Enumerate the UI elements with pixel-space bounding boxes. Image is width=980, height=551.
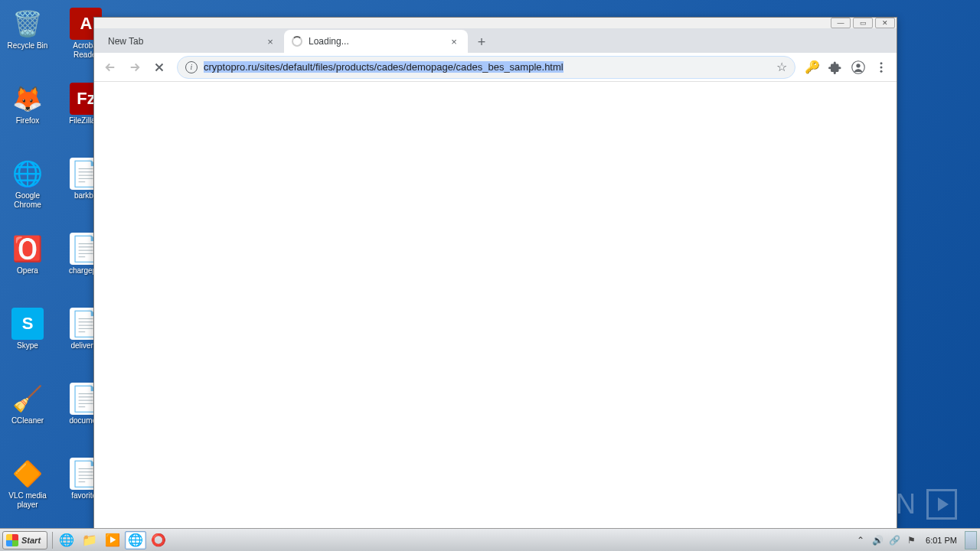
chrome-browser-window: — ▭ ✕ New Tab × Loading... × + i ☆ bbox=[93, 17, 897, 530]
svg-point-3 bbox=[880, 66, 883, 68]
opera-icon: 🅾️ bbox=[11, 233, 44, 265]
desktop-icon-skype[interactable]: SSkype bbox=[0, 303, 55, 378]
desktop-icon-label: Firefox bbox=[0, 116, 55, 126]
system-tray: ⌃ 🔊 🔗 ⚑ 6:01 PM bbox=[854, 531, 980, 549]
puzzle-icon bbox=[828, 60, 842, 74]
tab-title: Loading... bbox=[309, 36, 448, 47]
firefox-icon: 🦊 bbox=[11, 83, 44, 115]
titlebar[interactable]: — ▭ ✕ bbox=[94, 18, 897, 28]
close-icon[interactable]: × bbox=[264, 35, 276, 47]
dots-vertical-icon bbox=[874, 60, 888, 74]
clock[interactable]: 6:01 PM bbox=[921, 536, 962, 545]
user-icon bbox=[851, 60, 865, 74]
desktop-icon-label: Opera bbox=[0, 266, 55, 276]
play-icon bbox=[926, 489, 957, 520]
extension-cryptopro-icon[interactable]: 🔑 bbox=[802, 57, 823, 78]
tab-new-tab[interactable]: New Tab × bbox=[100, 30, 284, 53]
windows-logo-icon bbox=[6, 534, 18, 546]
desktop-icon-label: Skype bbox=[0, 341, 55, 350]
desktop-icon-chrome[interactable]: 🌐Google Chrome bbox=[0, 153, 55, 228]
start-button[interactable]: Start bbox=[2, 531, 47, 549]
desktop-icon-label: VLC media player bbox=[0, 491, 55, 510]
arrow-right-icon bbox=[128, 60, 142, 74]
tab-title: New Tab bbox=[108, 36, 264, 47]
window-close-button[interactable]: ✕ bbox=[875, 18, 895, 28]
taskbar: Start 🌐 📁 ▶️ 🌐 ⭕ ⌃ 🔊 🔗 ⚑ 6:01 PM bbox=[0, 528, 980, 551]
extensions-button[interactable] bbox=[825, 57, 846, 78]
url-input[interactable] bbox=[204, 61, 770, 73]
close-icon[interactable]: × bbox=[448, 35, 460, 47]
taskbar-ie-icon[interactable]: 🌐 bbox=[56, 531, 77, 549]
taskbar-opera-icon[interactable]: ⭕ bbox=[148, 531, 169, 549]
address-bar[interactable]: i ☆ bbox=[177, 56, 795, 79]
start-label: Start bbox=[21, 536, 41, 545]
tab-strip: New Tab × Loading... × + bbox=[94, 28, 897, 53]
tab-loading[interactable]: Loading... × bbox=[284, 30, 468, 53]
desktop-icon-opera[interactable]: 🅾️Opera bbox=[0, 228, 55, 303]
separator bbox=[52, 532, 53, 549]
ccleaner-icon: 🧹 bbox=[11, 383, 44, 415]
show-desktop-button[interactable] bbox=[965, 531, 977, 549]
tray-expand-icon[interactable]: ⌃ bbox=[854, 533, 867, 547]
taskbar-chrome-icon[interactable]: 🌐 bbox=[125, 531, 146, 549]
site-info-icon[interactable]: i bbox=[185, 61, 198, 73]
chrome-icon: 🌐 bbox=[11, 158, 44, 190]
taskbar-explorer-icon[interactable]: 📁 bbox=[79, 531, 100, 549]
profile-button[interactable] bbox=[848, 57, 869, 78]
desktop-icon-label: Recycle Bin bbox=[0, 41, 55, 51]
forward-button[interactable] bbox=[123, 56, 146, 79]
stop-reload-button[interactable] bbox=[148, 56, 171, 79]
new-tab-button[interactable]: + bbox=[471, 31, 492, 53]
desktop-icon-firefox[interactable]: 🦊Firefox bbox=[0, 78, 55, 153]
arrow-left-icon bbox=[103, 60, 117, 74]
tray-network-icon[interactable]: 🔗 bbox=[887, 533, 901, 547]
tray-volume-icon[interactable]: 🔊 bbox=[871, 533, 884, 547]
vlc-icon: 🔶 bbox=[11, 458, 44, 490]
back-button[interactable] bbox=[99, 56, 122, 79]
loading-spinner-icon bbox=[292, 36, 302, 47]
desktop-icon-vlc[interactable]: 🔶VLC media player bbox=[0, 453, 55, 528]
page-content bbox=[94, 82, 897, 529]
svg-point-1 bbox=[856, 64, 860, 67]
desktop-icon-label: Google Chrome bbox=[0, 191, 55, 210]
tray-flag-icon[interactable]: ⚑ bbox=[904, 533, 918, 547]
svg-point-2 bbox=[880, 62, 883, 64]
desktop-icon-label: CCleaner bbox=[0, 416, 55, 425]
window-maximize-button[interactable]: ▭ bbox=[853, 18, 873, 28]
desktop-icon-recycle-bin[interactable]: 🗑️Recycle Bin bbox=[0, 3, 55, 78]
chrome-menu-button[interactable] bbox=[871, 57, 892, 78]
bookmark-star-icon[interactable]: ☆ bbox=[776, 60, 787, 74]
skype-icon: S bbox=[11, 308, 44, 340]
recycle-bin-icon: 🗑️ bbox=[11, 8, 44, 40]
close-icon bbox=[152, 60, 166, 74]
taskbar-media-icon[interactable]: ▶️ bbox=[102, 531, 123, 549]
svg-point-4 bbox=[880, 70, 883, 72]
desktop-icon-ccleaner[interactable]: 🧹CCleaner bbox=[0, 378, 55, 453]
toolbar: i ☆ 🔑 bbox=[94, 53, 897, 82]
window-minimize-button[interactable]: — bbox=[831, 18, 851, 28]
